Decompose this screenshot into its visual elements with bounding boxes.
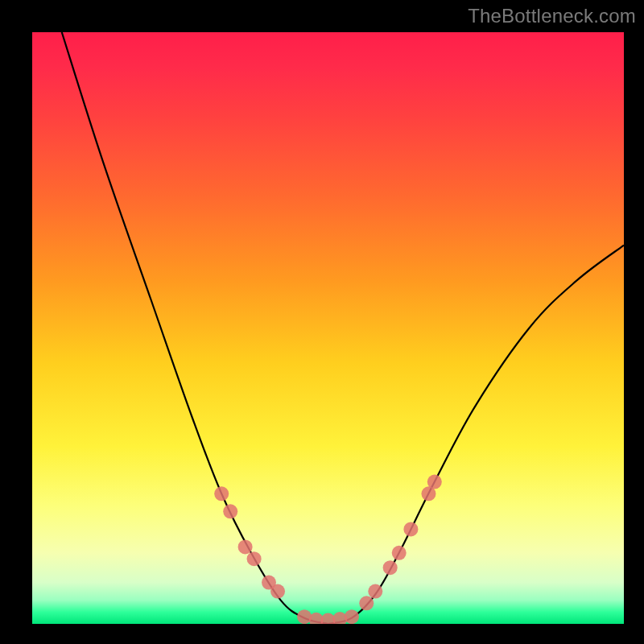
watermark-text: TheBottleneck.com [468, 5, 636, 27]
data-marker [392, 546, 407, 560]
data-marker [403, 522, 418, 536]
data-marker [427, 475, 442, 489]
curve-left-curve [62, 32, 328, 624]
data-marker [247, 551, 262, 566]
data-marker [383, 560, 398, 575]
chart-frame: TheBottleneck.com [0, 0, 644, 644]
data-marker [368, 584, 382, 599]
data-marker [359, 596, 374, 610]
data-marker [238, 539, 253, 554]
data-marker [214, 486, 229, 501]
plot-area [32, 32, 624, 624]
bottleneck-curve [32, 32, 624, 624]
data-marker [270, 584, 285, 599]
data-marker [223, 504, 237, 518]
curve-right-curve [328, 246, 625, 624]
data-marker [345, 609, 359, 624]
